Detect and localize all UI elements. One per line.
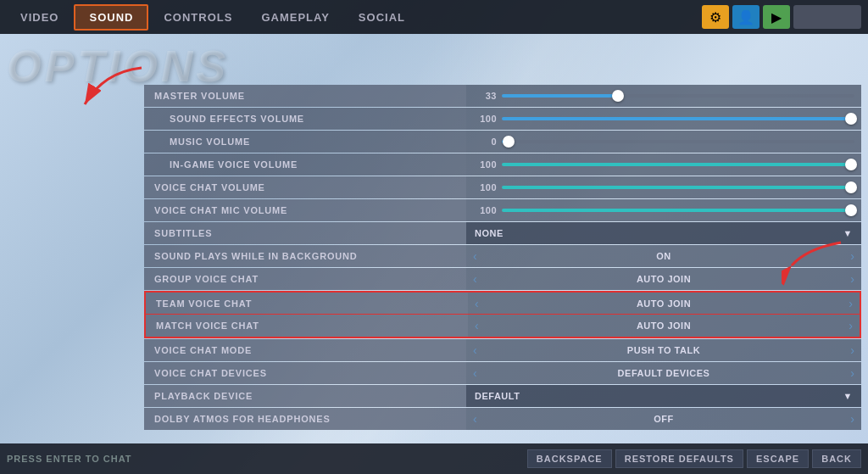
label-voice-chat-vol: VOICE CHAT VOLUME <box>144 176 466 198</box>
team-voice-value: AUTO JOIN <box>637 298 691 309</box>
track-ingame <box>502 163 854 166</box>
fill-sfx <box>502 117 851 120</box>
slider-master-volume[interactable]: 33 <box>473 91 854 101</box>
row-voice-chat-vol: VOICE CHAT VOLUME 100 <box>144 176 861 198</box>
slider-ingame-voice[interactable]: 100 <box>473 159 854 170</box>
slider-num-vcv: 100 <box>473 182 497 192</box>
track-vcv <box>502 186 854 189</box>
label-subtitles: SUBTITLES <box>144 222 466 244</box>
selector-voice-chat-devices: ‹ DEFAULT DEVICES › <box>466 362 861 384</box>
chevron-left-icon[interactable]: ‹ <box>473 366 477 380</box>
icon-btn-blue[interactable]: 👤 <box>732 5 760 29</box>
label-playback-device: PLAYBACK DEVICE <box>144 385 466 407</box>
row-voice-chat-devices: VOICE CHAT DEVICES ‹ DEFAULT DEVICES › <box>144 362 861 384</box>
value-master-volume: 33 <box>466 85 861 107</box>
fill-vmv <box>502 209 851 212</box>
row-voice-chat-mode: VOICE CHAT MODE ‹ PUSH TO TALK › <box>144 339 861 361</box>
row-subtitles: SUBTITLES NONE ▼ <box>144 222 861 244</box>
row-dolby-atmos: DOLBY ATMOS FOR HEADPHONES ‹ OFF › <box>144 408 861 430</box>
chevron-right-icon[interactable]: › <box>850 366 854 380</box>
label-voice-chat-mode: VOICE CHAT MODE <box>144 339 466 361</box>
fill-vcv <box>502 186 851 189</box>
selector-match-voice: ‹ AUTO JOIN › <box>468 315 860 337</box>
track-master <box>502 94 854 98</box>
subtitles-value: NONE <box>475 228 504 238</box>
settings-panel: MASTER VOLUME 33 SOUND EFFECTS VOLUME 10… <box>144 85 861 431</box>
bottom-buttons: BACKSPACE RESTORE DEFAULTS ESCAPE BACK <box>527 449 861 468</box>
label-team-voice: TEAM VOICE CHAT <box>146 293 468 314</box>
voice-chat-mode-value: PUSH TO TALK <box>627 345 700 355</box>
selector-voice-chat-mode: ‹ PUSH TO TALK › <box>466 339 861 361</box>
thumb-sfx[interactable] <box>845 113 857 125</box>
chevron-right-icon[interactable]: › <box>850 272 854 286</box>
chevron-left-icon[interactable]: ‹ <box>473 343 477 357</box>
chevron-left-icon[interactable]: ‹ <box>475 319 479 332</box>
thumb-vmv[interactable] <box>845 204 857 216</box>
row-team-voice: TEAM VOICE CHAT ‹ AUTO JOIN › <box>146 293 860 315</box>
label-dolby-atmos: DOLBY ATMOS FOR HEADPHONES <box>144 408 466 430</box>
escape-button[interactable]: ESCAPE <box>747 449 809 468</box>
row-sound-effects: SOUND EFFECTS VOLUME 100 <box>144 108 861 130</box>
slider-voice-mic-vol[interactable]: 100 <box>473 205 854 215</box>
thumb-ingame[interactable] <box>845 159 857 170</box>
press-enter-label: PRESS ENTER TO CHAT <box>7 454 527 464</box>
highlighted-voice-group: TEAM VOICE CHAT ‹ AUTO JOIN › MATCH VOIC… <box>144 291 861 338</box>
tab-social[interactable]: SOCIAL <box>345 6 419 29</box>
slider-num-ingame: 100 <box>473 159 497 170</box>
chevron-down-icon: ▼ <box>843 391 853 401</box>
row-master-volume: MASTER VOLUME 33 <box>144 85 861 107</box>
icon-btn-yellow[interactable]: ⚙ <box>702 5 729 29</box>
row-music-volume: MUSIC VOLUME 0 <box>144 131 861 153</box>
label-sound-background: SOUND PLAYS WHILE IN BACKGROUND <box>144 245 466 267</box>
thumb-music[interactable] <box>503 136 515 148</box>
label-voice-chat-devices: VOICE CHAT DEVICES <box>144 362 466 384</box>
arrow-annotation-1 <box>70 64 154 114</box>
tab-video[interactable]: VIDEO <box>7 6 72 29</box>
selector-team-voice: ‹ AUTO JOIN › <box>468 293 860 314</box>
chevron-right-icon[interactable]: › <box>850 343 854 357</box>
voice-chat-devices-value: DEFAULT DEVICES <box>618 368 710 378</box>
backspace-button[interactable]: BACKSPACE <box>527 449 612 468</box>
thumb-vcv[interactable] <box>845 181 857 193</box>
chevron-left-icon[interactable]: ‹ <box>473 249 477 263</box>
track-vmv <box>502 209 854 212</box>
tab-controls[interactable]: CONTROLS <box>150 6 246 29</box>
selector-dolby-atmos: ‹ OFF › <box>466 408 861 430</box>
group-voice-value: AUTO JOIN <box>637 274 691 284</box>
label-voice-mic-vol: VOICE CHAT MIC VOLUME <box>144 199 466 221</box>
tab-sound[interactable]: SOUND <box>74 4 148 31</box>
value-ingame-voice: 100 <box>466 153 861 176</box>
chevron-left-icon[interactable]: ‹ <box>475 297 479 310</box>
value-music-volume: 0 <box>466 131 861 153</box>
track-sfx <box>502 117 854 120</box>
chevron-right-icon[interactable]: › <box>850 412 854 426</box>
value-voice-chat-vol: 100 <box>466 176 861 198</box>
dropdown-playback[interactable]: DEFAULT ▼ <box>466 385 861 407</box>
back-button[interactable]: BACK <box>812 449 861 468</box>
tab-gameplay[interactable]: GAMEPLAY <box>248 6 342 29</box>
label-match-voice: MATCH VOICE CHAT <box>146 315 468 337</box>
row-match-voice: MATCH VOICE CHAT ‹ AUTO JOIN › <box>146 315 860 337</box>
slider-sound-effects[interactable]: 100 <box>473 114 854 124</box>
icon-btn-green[interactable]: ▶ <box>763 5 790 29</box>
thumb-master[interactable] <box>612 90 624 102</box>
top-nav: VIDEO SOUND CONTROLS GAMEPLAY SOCIAL ⚙ 👤… <box>0 0 868 34</box>
slider-voice-chat-vol[interactable]: 100 <box>473 182 854 192</box>
slider-music[interactable]: 0 <box>473 137 854 147</box>
chevron-left-icon[interactable]: ‹ <box>473 272 477 286</box>
slider-num-sfx: 100 <box>473 114 497 124</box>
chevron-right-icon[interactable]: › <box>849 297 853 310</box>
slider-num-music: 0 <box>473 137 497 147</box>
value-voice-mic-vol: 100 <box>466 199 861 221</box>
restore-defaults-button[interactable]: RESTORE DEFAULTS <box>615 449 743 468</box>
chevron-left-icon[interactable]: ‹ <box>473 412 477 426</box>
chevron-right-icon[interactable]: › <box>850 249 854 263</box>
slider-num-vmv: 100 <box>473 205 497 215</box>
fill-ingame <box>502 163 851 166</box>
row-sound-background: SOUND PLAYS WHILE IN BACKGROUND ‹ ON › <box>144 245 861 267</box>
arrow-annotation-2 <box>782 236 849 287</box>
match-voice-value: AUTO JOIN <box>637 321 691 331</box>
track-music <box>502 140 854 143</box>
label-music-volume: MUSIC VOLUME <box>144 131 466 153</box>
chevron-right-icon[interactable]: › <box>849 319 853 332</box>
